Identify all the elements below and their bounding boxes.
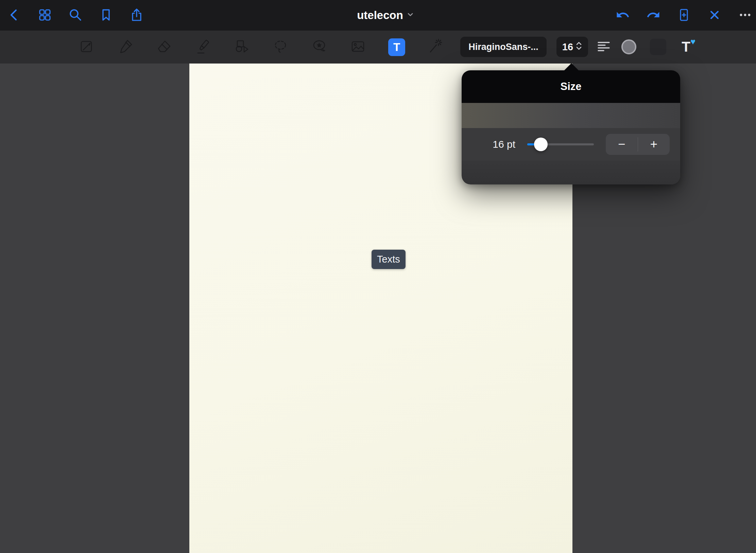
shapes-icon [233,38,250,56]
back-button[interactable] [7,8,22,23]
elements-sticker-icon [311,38,328,56]
search-icon [68,7,83,23]
font-size-value: 16 [562,41,573,53]
thumbnails-button[interactable] [37,8,52,23]
undo-button[interactable] [615,8,630,23]
font-family-button[interactable]: HiraginoSans-... [460,37,547,57]
size-decrease-button[interactable]: − [606,134,638,155]
redo-icon [646,8,660,23]
eraser-icon [156,38,173,56]
bookmark-icon [99,7,114,23]
chevron-up-down-icon [575,41,582,53]
selected-text-object[interactable]: Texts [372,250,406,269]
pen-icon [117,38,134,56]
popover-arrow [564,63,579,71]
notes-app: utelecon [0,0,756,553]
heart-icon: ♥ [690,37,695,46]
document-title: utelecon [357,9,403,22]
size-slider-row: 16 pt − + [462,128,680,161]
size-slider-thumb[interactable] [534,138,548,151]
image-tool-button[interactable] [349,39,366,56]
elements-tool-button[interactable] [311,39,328,56]
add-page-button[interactable] [676,8,691,23]
text-style-icon: T [682,40,690,54]
text-alignment-button[interactable] [596,38,613,55]
size-popover: Size 16 pt − + [462,70,680,184]
size-increase-button[interactable]: + [638,134,670,155]
text-tool-button[interactable]: T [388,39,405,56]
tool-toolbar: T HiraginoSans-... 16 [0,31,756,64]
selected-color-swatch[interactable] [650,39,666,55]
tool-group: T [78,31,444,64]
laser-pointer-icon [427,38,444,56]
popover-gradient-band [462,103,680,128]
top-navigation-bar: utelecon [0,0,756,31]
font-size-button[interactable]: 16 [556,37,588,57]
laser-pointer-tool-button[interactable] [427,39,444,56]
chevron-down-icon [407,11,414,20]
back-chevron-icon [7,7,22,23]
highlighter-tool-button[interactable] [194,39,211,56]
text-tool-icon: T [388,38,405,56]
topbar-right-group [615,8,753,23]
topbar-left-group [7,8,144,23]
text-color-button[interactable] [621,39,636,54]
lasso-icon [272,38,289,56]
document-title-button[interactable]: utelecon [357,0,414,31]
bookmark-button[interactable] [99,8,114,23]
size-popover-body: 16 pt − + [462,103,680,184]
size-value-label: 16 pt [474,128,515,161]
page-mode-tool-button[interactable] [78,39,95,56]
size-popover-title: Size [560,81,581,93]
more-button[interactable] [738,8,753,23]
pen-tool-button[interactable] [117,39,134,56]
shapes-tool-button[interactable] [233,39,250,56]
eraser-tool-button[interactable] [156,39,173,56]
size-slider[interactable] [525,128,597,161]
grid-icon [37,7,52,23]
share-button[interactable] [129,8,144,23]
highlighter-icon [194,38,211,56]
share-icon [129,7,144,23]
page-mode-icon [78,38,95,56]
redo-button[interactable] [646,8,661,23]
size-stepper: − + [606,134,670,155]
image-icon [349,38,366,56]
close-icon [707,7,722,23]
close-button[interactable] [707,8,722,23]
align-left-icon [596,38,613,56]
search-button[interactable] [68,8,83,23]
size-popover-header: Size [462,70,680,103]
add-page-icon [676,7,691,23]
more-icon [738,7,753,23]
undo-icon [616,8,630,23]
lasso-tool-button[interactable] [272,39,289,56]
text-style-button[interactable]: T ♥ [676,37,696,57]
